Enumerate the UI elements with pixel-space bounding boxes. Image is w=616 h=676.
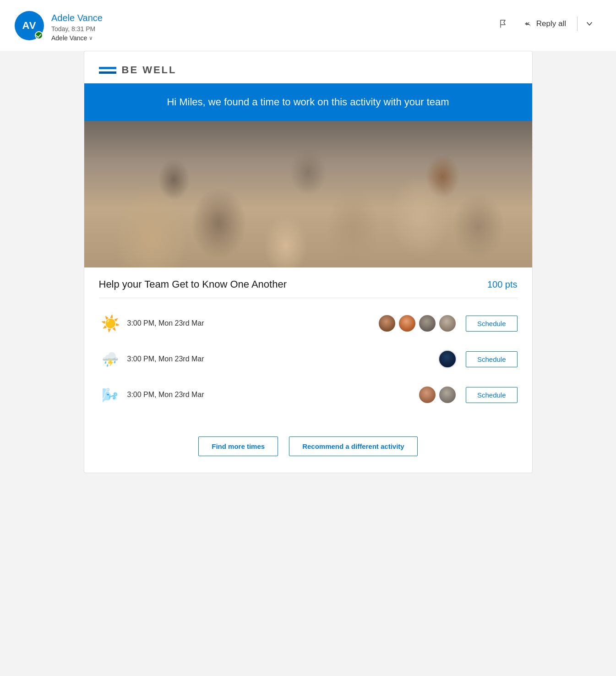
brand-logo: BE WELL [84,51,532,83]
bar-bottom [99,71,116,74]
schedule-rows: ☀️ 3:00 PM, Mon 23rd Mar Schedule ⛈️ 3:0… [84,298,532,424]
flag-button[interactable] [494,15,512,33]
sender-info: AV Adele Vance Today, 8:31 PM Adele Vanc… [15,11,103,42]
attendee-avatar [418,386,436,404]
schedule-time-2: 3:00 PM, Mon 23rd Mar [122,355,223,363]
sender-avatar-wrap: AV [15,11,44,40]
schedule-row: ⛈️ 3:00 PM, Mon 23rd Mar Schedule [99,341,518,377]
hero-banner: Hi Miles, we found a time to work on thi… [84,83,532,121]
schedule-button-2[interactable]: Schedule [466,351,518,367]
weather-storm-icon: ⛈️ [99,348,122,371]
attendee-avatar [438,350,457,368]
attendee-avatar [418,314,436,333]
reply-all-icon [523,19,533,28]
weather-wind-icon: 🌬️ [99,383,122,406]
attendee-avatars-2 [223,350,466,368]
email-header: AV Adele Vance Today, 8:31 PM Adele Vanc… [0,0,616,51]
attendee-avatars-1 [223,314,466,333]
schedule-row: 🌬️ 3:00 PM, Mon 23rd Mar Schedule [99,377,518,413]
attendee-avatar [398,314,416,333]
email-body: BE WELL Hi Miles, we found a time to wor… [0,51,616,676]
weather-sunny-icon: ☀️ [99,312,122,335]
activity-title-row: Help your Team Get to Know One Another 1… [84,267,532,298]
brand-bars [99,67,116,74]
reply-all-button[interactable]: Reply all [516,16,573,32]
activity-points: 100 pts [487,279,518,290]
recommend-activity-button[interactable]: Recommend a different activity [289,436,418,456]
sender-to[interactable]: Adele Vance ∨ [51,34,103,42]
reply-divider [577,16,578,31]
chevron-down-icon [586,21,593,27]
schedule-time-1: 3:00 PM, Mon 23rd Mar [122,319,223,327]
bar-top [99,67,116,69]
send-time: Today, 8:31 PM [51,25,103,33]
to-chevron-icon: ∨ [89,35,93,41]
schedule-row: ☀️ 3:00 PM, Mon 23rd Mar Schedule [99,305,518,341]
attendee-avatar [438,386,457,404]
attendee-avatars-3 [223,386,466,404]
sender-name: Adele Vance [51,13,103,23]
schedule-button-1[interactable]: Schedule [466,316,518,332]
team-photo-image [84,121,532,267]
find-more-times-button[interactable]: Find more times [198,436,278,456]
email-actions: Reply all [494,11,598,33]
attendee-avatar [378,314,396,333]
schedule-button-3[interactable]: Schedule [466,387,518,403]
schedule-time-3: 3:00 PM, Mon 23rd Mar [122,391,223,399]
reply-dropdown-button[interactable] [581,15,598,33]
to-label: Adele Vance [51,34,87,42]
flag-icon [499,19,508,28]
hero-headline: Hi Miles, we found a time to work on thi… [99,96,518,108]
sender-text: Adele Vance Today, 8:31 PM Adele Vance ∨ [51,11,103,42]
online-badge [35,31,43,39]
bottom-actions: Find more times Recommend a different ac… [84,424,532,473]
team-photo [84,121,532,267]
reply-all-label: Reply all [536,19,566,28]
email-card: BE WELL Hi Miles, we found a time to wor… [84,51,533,473]
brand-name: BE WELL [122,64,177,76]
activity-title: Help your Team Get to Know One Another [99,278,287,290]
attendee-avatar [438,314,457,333]
